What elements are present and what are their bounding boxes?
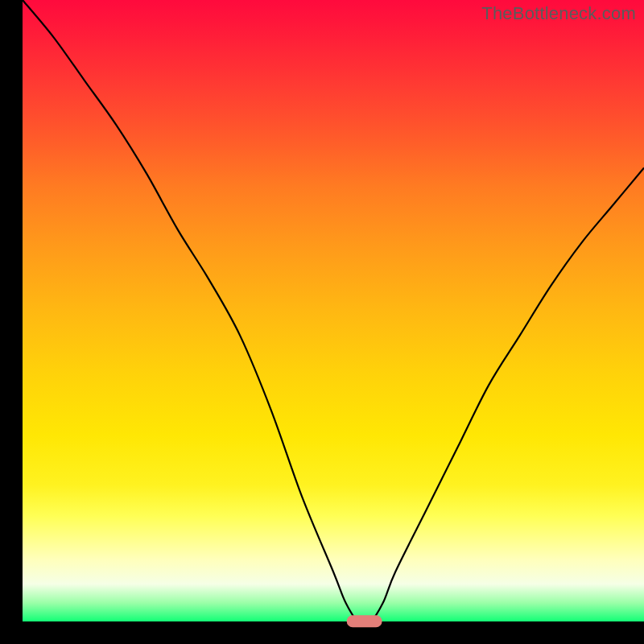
watermark-text: TheBottleneck.com	[481, 3, 636, 24]
chart-frame: TheBottleneck.com	[0, 0, 644, 644]
bottleneck-curve	[23, 0, 644, 621]
optimal-marker	[346, 615, 382, 627]
curve-path	[23, 0, 644, 621]
plot-area	[23, 0, 644, 621]
